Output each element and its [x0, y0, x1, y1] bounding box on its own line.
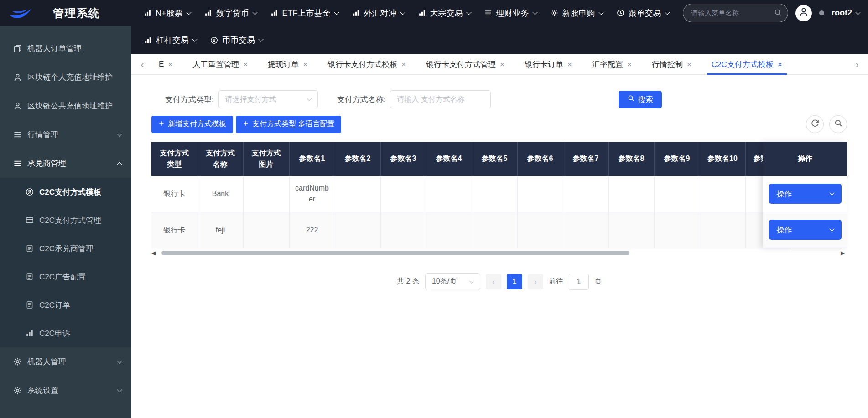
- layout: 机器人订单管理区块链个人充值地址维护区块链公共充值地址维护行情管理承兑商管理C2…: [0, 26, 868, 418]
- search-button[interactable]: 搜索: [619, 91, 662, 108]
- row-1-actions-button[interactable]: 操作: [769, 184, 842, 204]
- sidebar-item-label: 机器人管理: [27, 356, 112, 367]
- close-icon[interactable]: ×: [687, 61, 691, 68]
- tab-6[interactable]: 银行卡订单×: [515, 54, 582, 75]
- current-page-button[interactable]: 1: [507, 274, 522, 289]
- tab-label: E: [159, 60, 164, 69]
- chevron-down-icon: [466, 10, 471, 15]
- topnav-item-6[interactable]: 理财业务: [478, 0, 544, 26]
- payment-type-select[interactable]: 请选择支付方式: [218, 90, 318, 108]
- scrollbar-thumb[interactable]: [161, 251, 629, 255]
- add-template-button[interactable]: 新增支付方式模板: [151, 116, 233, 133]
- subnav-item-1[interactable]: 杠杆交易: [137, 35, 203, 46]
- tab-9[interactable]: C2C支付方式模板×: [702, 54, 792, 75]
- sidebar-subitem-5-3[interactable]: C2C承兑商管理: [0, 234, 131, 263]
- column-header-3: 支付方式图片: [243, 142, 289, 176]
- column-search-button[interactable]: [829, 115, 847, 133]
- close-icon[interactable]: ×: [303, 61, 307, 68]
- sidebar-subitem-label: C2C支付方式管理: [39, 215, 101, 226]
- tab-8[interactable]: 行情控制×: [642, 54, 702, 75]
- topnav-item-1[interactable]: N+股票: [137, 0, 198, 26]
- sidebar-item-label: 区块链个人充值地址维护: [27, 72, 121, 83]
- logo: [8, 5, 33, 21]
- tab-label: 银行卡支付方式模板: [327, 59, 397, 70]
- chevron-down-icon: [665, 10, 670, 15]
- close-icon[interactable]: ×: [401, 61, 406, 68]
- tabs-scroll-right-icon[interactable]: ›: [851, 59, 863, 70]
- menu-search-input[interactable]: [683, 4, 788, 22]
- card-icon: [26, 216, 34, 224]
- close-icon[interactable]: ×: [168, 61, 172, 68]
- close-icon[interactable]: ×: [627, 61, 632, 68]
- sidebar-subitem-5-5[interactable]: C2C订单: [0, 291, 131, 319]
- sidebar-subitem-5-1[interactable]: C2C支付方式模板: [0, 178, 131, 206]
- topnav-item-4[interactable]: 外汇对冲: [345, 0, 411, 26]
- tabs-scroll-left-icon[interactable]: ‹: [136, 59, 149, 70]
- refresh-button[interactable]: [806, 115, 824, 133]
- table-cell: [700, 212, 745, 248]
- chart-icon: [144, 36, 152, 44]
- pagination: 共 2 条 10条/页 ‹ 1 › 前往 页: [151, 273, 847, 290]
- close-icon[interactable]: ×: [778, 61, 782, 68]
- column-header-10: 参数名7: [563, 142, 608, 176]
- tab-2[interactable]: 人工重置管理×: [182, 54, 258, 75]
- close-icon[interactable]: ×: [243, 61, 248, 68]
- scrollbar-track[interactable]: [158, 250, 841, 256]
- payment-name-input[interactable]: [397, 95, 484, 103]
- payment-name-field: [390, 90, 491, 108]
- table-cell: [426, 212, 472, 248]
- sidebar-subitem-5-6[interactable]: C2C申诉: [0, 319, 131, 347]
- row-2-actions-button[interactable]: 操作: [769, 220, 842, 240]
- gear-icon: [13, 357, 22, 366]
- table-cell: [563, 176, 608, 212]
- tab-4[interactable]: 银行卡支付方式模板×: [317, 54, 416, 75]
- sidebar-subitem-5-4[interactable]: C2C广告配置: [0, 263, 131, 291]
- user-menu[interactable]: root2: [832, 8, 860, 18]
- page-size-select[interactable]: 10条/页: [425, 273, 480, 290]
- topnav-item-8[interactable]: 跟单交易: [610, 0, 676, 26]
- tab-5[interactable]: 银行卡支付方式管理×: [416, 54, 515, 75]
- sidebar-item-2[interactable]: 区块链个人充值地址维护: [0, 63, 131, 92]
- table-header-row: 支付方式类型支付方式名称支付方式图片参数名1参数名2参数名3参数名4参数名5参数…: [151, 142, 791, 176]
- avatar[interactable]: [795, 5, 812, 21]
- list-icon: [13, 159, 22, 168]
- action-column-header: 操作: [763, 142, 847, 176]
- tab-1[interactable]: E×: [149, 54, 182, 75]
- scroll-right-icon[interactable]: ▶: [841, 250, 847, 256]
- tab-3[interactable]: 提现订单×: [258, 54, 317, 75]
- jump-page-input[interactable]: [569, 274, 589, 290]
- sidebar-subitem-label: C2C申诉: [39, 328, 70, 339]
- tab-7[interactable]: 汇率配置×: [582, 54, 642, 75]
- next-page-button[interactable]: ›: [528, 274, 543, 289]
- sidebar-item-6[interactable]: 机器人管理: [0, 347, 131, 376]
- sidebar-subitem-5-2[interactable]: C2C支付方式管理: [0, 206, 131, 234]
- subnav-item-2[interactable]: 币币交易: [203, 35, 270, 46]
- table-cell: Bank: [198, 176, 243, 212]
- topnav-item-label: N+股票: [156, 8, 183, 19]
- tab-bar: ‹ E×人工重置管理×提现订单×银行卡支付方式模板×银行卡支付方式管理×银行卡订…: [131, 54, 868, 75]
- topnav-item-2[interactable]: 数字货币: [198, 0, 264, 26]
- table-cell: 银行卡: [151, 212, 198, 248]
- chevron-up-icon: [117, 162, 122, 167]
- total-count: 共 2 条: [397, 277, 420, 286]
- scroll-left-icon[interactable]: ◀: [151, 250, 158, 256]
- column-header-11: 参数名8: [608, 142, 654, 176]
- sidebar-item-4[interactable]: 行情管理: [0, 120, 131, 149]
- topnav-item-5[interactable]: 大宗交易: [411, 0, 478, 26]
- sidebar-item-1[interactable]: 机器人订单管理: [0, 34, 131, 63]
- clock-icon: [617, 9, 624, 17]
- close-icon[interactable]: ×: [500, 61, 504, 68]
- username: root2: [832, 8, 852, 18]
- sidebar-item-7[interactable]: 系统设置: [0, 376, 131, 405]
- chevron-down-icon: [334, 10, 339, 15]
- topnav-item-3[interactable]: ETF上市基金: [264, 0, 345, 26]
- topnav-item-7[interactable]: 新股申购: [544, 0, 610, 26]
- column-header-9: 参数名6: [517, 142, 563, 176]
- column-header-1: 支付方式类型: [151, 142, 198, 176]
- sidebar-item-5[interactable]: 承兑商管理: [0, 149, 131, 178]
- prev-page-button[interactable]: ‹: [486, 274, 501, 289]
- close-icon[interactable]: ×: [567, 61, 572, 68]
- sidebar-item-3[interactable]: 区块链公共充值地址维护: [0, 92, 131, 120]
- add-language-config-button[interactable]: 支付方式类型 多语言配置: [236, 116, 341, 133]
- refresh-icon: [811, 119, 819, 129]
